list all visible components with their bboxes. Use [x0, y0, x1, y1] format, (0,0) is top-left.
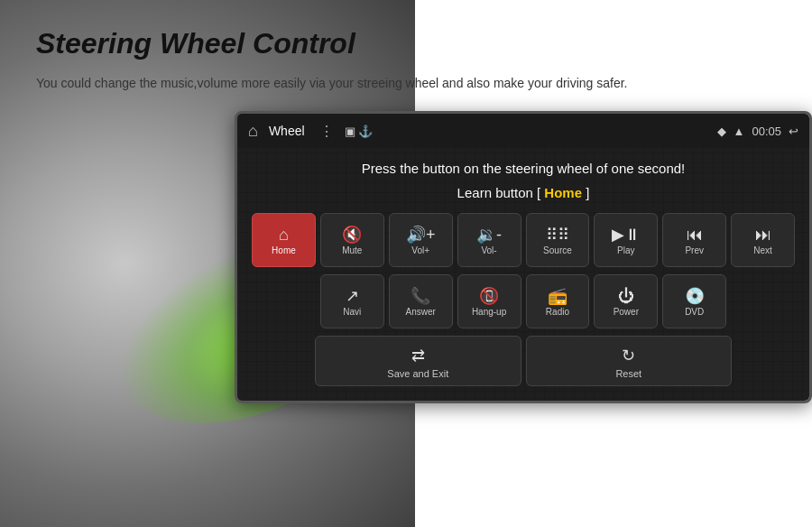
empty-cell-2	[731, 274, 795, 328]
ctrl-btn-play[interactable]: ▶⏸ Play	[594, 213, 658, 267]
ctrl-btn-navi[interactable]: ↗ Navi	[320, 274, 384, 328]
status-right: ◆ ▲ 00:05 ↩	[717, 125, 798, 138]
hangup-label: Hang-up	[472, 307, 506, 317]
ctrl-btn-home[interactable]: ⌂ Home	[252, 213, 316, 267]
status-bar: ⌂ Wheel ⋮ ▣ ⚓ ◆ ▲ 00:05 ↩	[237, 114, 809, 148]
device-frame: ⌂ Wheel ⋮ ▣ ⚓ ◆ ▲ 00:05 ↩ Press the butt…	[235, 111, 812, 403]
answer-label: Answer	[406, 307, 436, 317]
learn-button-name: Home	[544, 185, 582, 200]
source-icon: ⠿⠿	[546, 227, 569, 243]
ctrl-btn-next[interactable]: ⏭ Next	[731, 213, 795, 267]
device-content: Press the button on the steering wheel o…	[237, 148, 809, 401]
bottom-row: ⇄ Save and Exit ↻ Reset	[315, 336, 732, 386]
learn-suffix: ]	[586, 185, 589, 200]
status-time: 00:05	[752, 125, 781, 138]
power-label: Power	[614, 307, 639, 317]
status-menu-icon: ⋮	[319, 123, 334, 140]
back-icon: ↩	[789, 125, 798, 138]
navi-label: Navi	[343, 307, 361, 317]
next-label: Next	[753, 245, 772, 255]
ctrl-btn-prev[interactable]: ⏮ Prev	[662, 213, 726, 267]
reset-label: Reset	[615, 368, 641, 379]
content-area: Steering Wheel Control You could change …	[0, 0, 812, 421]
vol-minus-label: Vol-	[481, 245, 496, 255]
reset-icon: ↻	[622, 346, 635, 365]
ctrl-btn-answer[interactable]: 📞 Answer	[389, 274, 453, 328]
dvd-label: DVD	[685, 307, 704, 317]
mute-icon: 🔇	[342, 227, 362, 243]
mute-label: Mute	[342, 245, 362, 255]
ctrl-btn-radio[interactable]: 📻 Radio	[526, 274, 590, 328]
ctrl-btn-dvd[interactable]: 💿 DVD	[662, 274, 726, 328]
button-grid-row1: ⌂ Home 🔇 Mute 🔊+ Vol+ 🔉-	[252, 213, 795, 267]
prev-icon: ⏮	[687, 227, 703, 243]
dvd-icon: 💿	[685, 288, 705, 304]
play-icon: ▶⏸	[612, 227, 641, 243]
radio-label: Radio	[546, 307, 569, 317]
reset-button[interactable]: ↻ Reset	[526, 336, 733, 386]
answer-icon: 📞	[411, 288, 430, 304]
vol-minus-icon: 🔉-	[476, 227, 502, 243]
ctrl-btn-vol-plus[interactable]: 🔊+ Vol+	[389, 213, 453, 267]
save-exit-label: Save and Exit	[387, 368, 448, 379]
page-wrapper: Steering Wheel Control You could change …	[0, 0, 812, 527]
save-exit-button[interactable]: ⇄ Save and Exit	[315, 336, 521, 386]
button-grid-row2: ↗ Navi 📞 Answer 📵 Hang-up �	[252, 274, 795, 328]
home-status-icon: ⌂	[248, 122, 258, 141]
home-label: Home	[272, 245, 296, 255]
ctrl-btn-power[interactable]: ⏻ Power	[594, 274, 658, 328]
home-icon: ⌂	[279, 227, 289, 243]
navi-icon: ↗	[346, 288, 359, 304]
learn-button-row: Learn button [ Home ]	[252, 185, 795, 200]
play-label: Play	[617, 245, 634, 255]
page-title: Steering Wheel Control	[36, 27, 776, 60]
ctrl-btn-mute[interactable]: 🔇 Mute	[320, 213, 384, 267]
empty-cell-1	[252, 274, 316, 328]
page-description: You could change the music,volume more e…	[36, 73, 722, 93]
radio-icon: 📻	[548, 288, 567, 304]
ctrl-btn-vol-minus[interactable]: 🔉- Vol-	[457, 213, 521, 267]
prev-label: Prev	[685, 245, 704, 255]
wifi-icon: ▲	[734, 125, 745, 138]
hangup-icon: 📵	[479, 288, 499, 304]
vol-plus-label: Vol+	[411, 245, 429, 255]
power-icon: ⏻	[618, 288, 634, 304]
status-wheel-label: Wheel	[269, 124, 305, 138]
instruction-text: Press the button on the steering wheel o…	[252, 161, 795, 176]
next-icon: ⏭	[755, 227, 771, 243]
status-media-icon: ▣ ⚓	[345, 125, 374, 138]
learn-prefix: Learn button [	[457, 185, 541, 200]
source-label: Source	[543, 245, 572, 255]
ctrl-btn-source[interactable]: ⠿⠿ Source	[526, 213, 590, 267]
ctrl-btn-hangup[interactable]: 📵 Hang-up	[457, 274, 521, 328]
save-exit-icon: ⇄	[411, 346, 425, 365]
vol-plus-icon: 🔊+	[406, 227, 436, 243]
location-icon: ◆	[717, 125, 726, 138]
